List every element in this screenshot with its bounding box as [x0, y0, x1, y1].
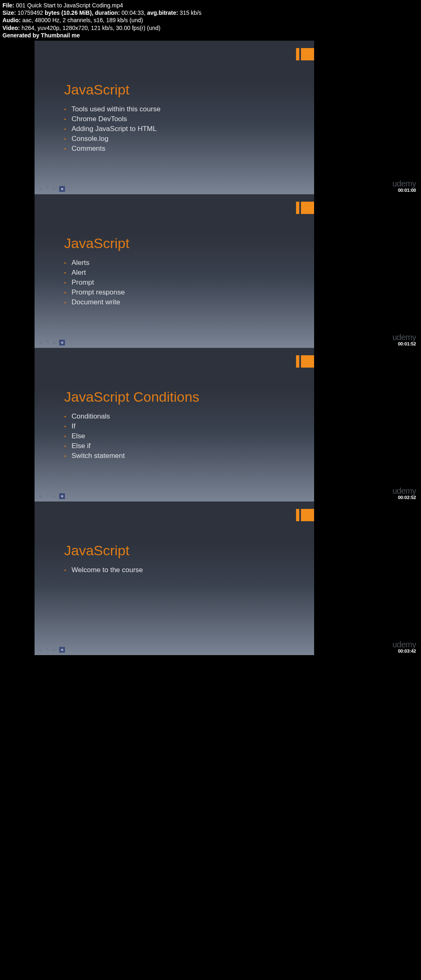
prev-icon: ◄: [37, 340, 43, 345]
list-item: Switch statement: [64, 451, 314, 461]
next-icon: ►: [52, 186, 58, 191]
list-item: Alert: [64, 268, 314, 278]
list-item: Prompt response: [64, 288, 314, 297]
file-metadata: File: 001 Quick Start to JavaScript Codi…: [0, 0, 421, 41]
list-item: Else: [64, 431, 314, 441]
next-icon: ►: [52, 494, 58, 499]
next-icon: ►: [52, 340, 58, 345]
prev-icon: ◄: [37, 494, 43, 499]
corner-decoration: [296, 509, 314, 521]
list-item: Adding JavaScript to HTML: [64, 124, 314, 134]
list-item: Conditionals: [64, 412, 314, 421]
slide-list: Conditionals If Else Else if Switch stat…: [64, 412, 314, 461]
thumbnail-row: JavaScript Alerts Alert Prompt Prompt re…: [0, 194, 421, 348]
udemy-watermark: udemy: [314, 486, 416, 496]
thumbnail-row: JavaScript Tools used within this course…: [0, 41, 421, 194]
thumbnail-row: JavaScript Welcome to the course ◄ ✎ ► ■…: [0, 502, 421, 655]
slide-title: JavaScript: [64, 543, 314, 559]
prev-icon: ◄: [37, 647, 43, 652]
slide-list: Welcome to the course: [64, 565, 314, 575]
prev-icon: ◄: [37, 186, 43, 191]
menu-icon: ■: [59, 186, 65, 192]
list-item: Else if: [64, 441, 314, 451]
thumbnail: JavaScript Tools used within this course…: [35, 41, 314, 194]
pen-icon: ✎: [44, 186, 50, 191]
corner-decoration: [296, 202, 314, 214]
slide-title: JavaScript Conditions: [64, 389, 314, 405]
list-item: Chrome DevTools: [64, 114, 314, 124]
thumbnail: JavaScript Conditions Conditionals If El…: [35, 348, 314, 502]
thumbnail-row: JavaScript Conditions Conditionals If El…: [0, 348, 421, 502]
timestamp: 00:03:42: [314, 649, 416, 653]
next-icon: ►: [52, 647, 58, 652]
slide-controls: ◄ ✎ ► ■: [37, 186, 65, 192]
slide-controls: ◄ ✎ ► ■: [37, 647, 65, 653]
thumbnail: JavaScript Welcome to the course ◄ ✎ ► ■: [35, 502, 314, 655]
list-item: Prompt: [64, 278, 314, 288]
list-item: Welcome to the course: [64, 565, 314, 575]
slide-controls: ◄ ✎ ► ■: [37, 493, 65, 499]
thumbnail-grid: JavaScript Tools used within this course…: [0, 41, 421, 655]
list-item: Comments: [64, 144, 314, 154]
pen-icon: ✎: [44, 647, 50, 652]
corner-decoration: [296, 48, 314, 60]
slide-controls: ◄ ✎ ► ■: [37, 340, 65, 345]
menu-icon: ■: [59, 493, 65, 499]
udemy-watermark: udemy: [314, 333, 416, 342]
pen-icon: ✎: [44, 340, 50, 345]
list-item: Document write: [64, 297, 314, 307]
timestamp: 00:01:52: [314, 341, 416, 346]
list-item: If: [64, 421, 314, 431]
udemy-watermark: udemy: [314, 179, 416, 189]
slide-title: JavaScript: [64, 235, 314, 251]
slide-list: Alerts Alert Prompt Prompt response Docu…: [64, 258, 314, 307]
thumbnail: JavaScript Alerts Alert Prompt Prompt re…: [35, 194, 314, 348]
timestamp: 00:01:00: [314, 188, 416, 193]
pen-icon: ✎: [44, 494, 50, 499]
udemy-watermark: udemy: [314, 640, 416, 649]
slide-list: Tools used within this course Chrome Dev…: [64, 104, 314, 154]
list-item: Tools used within this course: [64, 104, 314, 114]
list-item: Alerts: [64, 258, 314, 268]
timestamp: 00:02:52: [314, 495, 416, 500]
list-item: Console.log: [64, 134, 314, 144]
menu-icon: ■: [59, 647, 65, 653]
menu-icon: ■: [59, 340, 65, 345]
slide-title: JavaScript: [64, 82, 314, 98]
corner-decoration: [296, 355, 314, 368]
